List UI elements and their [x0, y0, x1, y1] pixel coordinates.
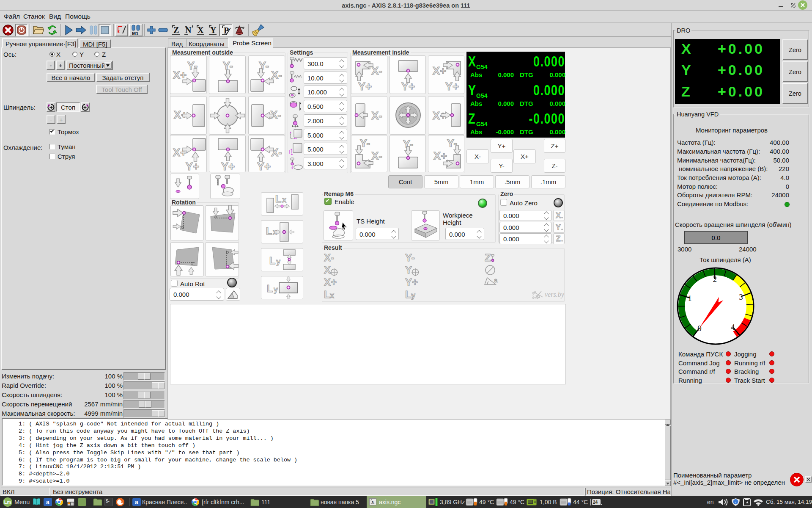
- svg-text:y: y: [411, 291, 415, 300]
- svg-text:0: 0: [697, 324, 702, 333]
- svg-text:x: x: [282, 196, 286, 204]
- svg-text:Y+: Y+: [358, 80, 372, 93]
- svg-text:Y-: Y-: [405, 253, 415, 263]
- svg-text:L: L: [405, 289, 411, 300]
- svg-text:Z: Z: [485, 253, 491, 263]
- svg-text:Y: Y: [405, 264, 412, 276]
- svg-text:y: y: [276, 257, 280, 266]
- svg-text:24: 24: [593, 500, 598, 505]
- svg-text:Y+: Y+: [221, 160, 235, 172]
- svg-text:Y+: Y+: [186, 160, 200, 172]
- svg-text:M1: M1: [132, 31, 138, 36]
- svg-text:Y+: Y+: [257, 160, 271, 172]
- svg-text:Z: Z: [173, 25, 179, 35]
- svg-text:X: X: [324, 264, 331, 276]
- svg-text:vers.by: vers.by: [545, 291, 565, 298]
- svg-text:L: L: [267, 283, 273, 294]
- svg-text:N: N: [185, 25, 192, 35]
- svg-text:Y-: Y-: [360, 137, 370, 149]
- svg-text:y: y: [274, 285, 278, 294]
- svg-text:X-: X-: [371, 149, 382, 162]
- svg-text:L: L: [266, 225, 272, 237]
- svg-text:Z: Z: [556, 235, 560, 243]
- svg-text:X: X: [198, 25, 204, 35]
- svg-text:X-: X-: [271, 69, 282, 81]
- svg-text:X+: X+: [324, 276, 337, 288]
- svg-text:4: 4: [731, 323, 735, 331]
- svg-text:Y+: Y+: [445, 80, 459, 93]
- svg-text:Y: Y: [555, 223, 560, 232]
- svg-text:1: 1: [688, 294, 692, 303]
- svg-text:X-: X-: [324, 253, 334, 263]
- svg-text:L: L: [269, 255, 276, 266]
- svg-text:a: a: [494, 276, 498, 284]
- svg-text:X+: X+: [173, 69, 187, 81]
- svg-text:P: P: [224, 26, 229, 35]
- svg-text:X: X: [371, 500, 374, 504]
- svg-text:2: 2: [713, 275, 717, 284]
- svg-text:3: 3: [739, 293, 743, 301]
- svg-text:X: X: [555, 211, 560, 220]
- svg-text:L: L: [324, 289, 330, 300]
- svg-text:x: x: [330, 291, 334, 300]
- svg-text:X-: X-: [371, 109, 382, 122]
- svg-text:Y+: Y+: [405, 276, 418, 288]
- svg-text:L: L: [275, 193, 282, 204]
- svg-text:X+: X+: [433, 149, 447, 162]
- svg-text:Y: Y: [210, 25, 217, 35]
